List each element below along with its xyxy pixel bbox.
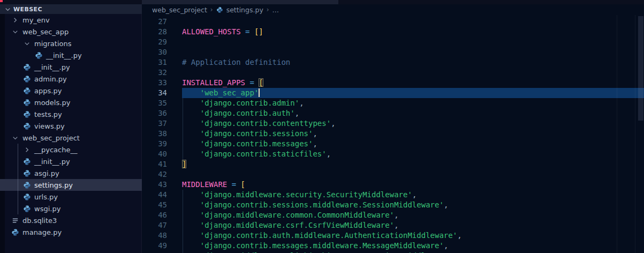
breadcrumb-item-symbol[interactable]: … (272, 6, 279, 14)
code-line-content[interactable] (182, 37, 644, 47)
code-line-content[interactable]: 'django.middleware.csrf.CsrfViewMiddlewa… (182, 220, 644, 230)
code-line-48[interactable]: 48 'django.contrib.auth.middleware.Authe… (142, 230, 644, 241)
code-line-content[interactable]: 'django.contrib.staticfiles', (182, 149, 644, 159)
line-number[interactable]: 35 (142, 98, 182, 108)
explorer-root-label: WEBSEC (13, 6, 42, 13)
code-line-content[interactable]: 'django.middleware.clickjacking.XFrameOp… (182, 251, 644, 253)
code-line-content[interactable]: 'django.contrib.sessions.middleware.Sess… (182, 200, 644, 210)
code-line-34[interactable]: 34 'web_sec_app' (142, 88, 644, 98)
code-token: [ (241, 180, 245, 189)
line-number[interactable]: 33 (142, 78, 182, 88)
code-line-content[interactable]: MIDDLEWARE = [ (182, 180, 644, 190)
line-number[interactable]: 49 (142, 241, 182, 251)
code-line-content[interactable] (182, 169, 644, 180)
code-line-content[interactable]: 'django.contrib.admin', (182, 98, 644, 108)
code-line-29[interactable]: 29 (142, 37, 644, 47)
line-number[interactable]: 42 (142, 169, 182, 180)
line-number[interactable]: 36 (142, 108, 182, 118)
code-line-content[interactable] (182, 17, 644, 27)
code-line-content[interactable]: 'django.contrib.sessions', (182, 129, 644, 139)
code-line-38[interactable]: 38 'django.contrib.sessions', (142, 129, 644, 139)
code-line-27[interactable]: 27 (142, 17, 644, 27)
line-number[interactable]: 28 (142, 27, 182, 37)
tree-item-asgi.py[interactable]: asgi.py (0, 167, 142, 179)
line-number[interactable]: 32 (142, 68, 182, 78)
line-number[interactable]: 27 (142, 17, 182, 27)
line-number[interactable]: 43 (142, 180, 182, 190)
line-number[interactable]: 30 (142, 47, 182, 57)
code-line-content[interactable]: 'django.contrib.messages', (182, 139, 644, 149)
tree-item-views.py[interactable]: views.py (0, 120, 142, 132)
code-line-39[interactable]: 39 'django.contrib.messages', (142, 139, 644, 149)
scrollbar-thumb[interactable] (638, 16, 643, 121)
line-number[interactable]: 39 (142, 139, 182, 149)
code-line-content[interactable]: # Application definition (182, 57, 644, 68)
tree-item-__init__.py[interactable]: __init__.py (0, 155, 142, 167)
code-line-50[interactable]: 50 'django.middleware.clickjacking.XFram… (142, 251, 644, 253)
editor-scrollbar[interactable] (638, 15, 644, 253)
line-number[interactable]: 44 (142, 190, 182, 200)
code-line-43[interactable]: 43 MIDDLEWARE = [ (142, 180, 644, 190)
code-line-content[interactable]: 'django.middleware.security.SecurityMidd… (182, 190, 644, 200)
code-line-content[interactable]: 'web_sec_app' (182, 88, 644, 98)
breadcrumb-item-file[interactable]: settings.py (226, 6, 263, 14)
tree-item-__init__.py[interactable]: __init__.py (0, 61, 142, 73)
line-number[interactable]: 47 (142, 220, 182, 230)
code-line-content[interactable]: 'django.contrib.messages.middleware.Mess… (182, 241, 644, 251)
active-tab-edge[interactable] (142, 0, 338, 4)
tree-item-__init__.py[interactable]: __init__.py (0, 49, 142, 61)
code-line-content[interactable]: 'django.contrib.contenttypes', (182, 118, 644, 129)
line-number[interactable]: 50 (142, 251, 182, 253)
tree-item-wsgi.py[interactable]: wsgi.py (0, 203, 142, 214)
code-line-content[interactable] (182, 68, 644, 78)
code-line-37[interactable]: 37 'django.contrib.contenttypes', (142, 118, 644, 129)
code-line-content[interactable] (182, 47, 644, 57)
code-line-content[interactable]: INSTALLED_APPS = [ (182, 78, 644, 88)
line-number[interactable]: 48 (142, 230, 182, 241)
line-number[interactable]: 37 (142, 118, 182, 129)
code-line-44[interactable]: 44 'django.middleware.security.SecurityM… (142, 190, 644, 200)
code-line-33[interactable]: 33 INSTALLED_APPS = [ (142, 78, 644, 88)
tree-item-tests.py[interactable]: tests.py (0, 108, 142, 120)
code-line-28[interactable]: 28 ALLOWED_HOSTS = [] (142, 27, 644, 37)
code-line-content[interactable]: 'django.middleware.common.CommonMiddlewa… (182, 210, 644, 220)
tree-item-urls.py[interactable]: urls.py (0, 191, 142, 203)
code-line-32[interactable]: 32 (142, 68, 644, 78)
code-line-content[interactable]: 'django.contrib.auth.middleware.Authenti… (182, 230, 644, 241)
tree-item-web_sec_project[interactable]: web_sec_project (0, 132, 142, 144)
code-line-47[interactable]: 47 'django.middleware.csrf.CsrfViewMiddl… (142, 220, 644, 230)
tree-item-settings.py[interactable]: settings.py (0, 179, 142, 191)
code-line-content[interactable]: ALLOWED_HOSTS = [] (182, 27, 644, 37)
line-number[interactable]: 45 (142, 200, 182, 210)
code-line-40[interactable]: 40 'django.contrib.staticfiles', (142, 149, 644, 159)
tree-item-models.py[interactable]: models.py (0, 96, 142, 108)
tree-item-manage.py[interactable]: manage.py (0, 226, 142, 238)
line-number[interactable]: 40 (142, 149, 182, 159)
line-number[interactable]: 31 (142, 57, 182, 68)
code-line-41[interactable]: 41 ] (142, 159, 644, 169)
tree-item-admin.py[interactable]: admin.py (0, 73, 142, 85)
code-line-31[interactable]: 31 # Application definition (142, 57, 644, 68)
tree-item-db.sqlite3[interactable]: db.sqlite3 (0, 214, 142, 226)
code-line-35[interactable]: 35 'django.contrib.admin', (142, 98, 644, 108)
line-number[interactable]: 29 (142, 37, 182, 47)
line-number[interactable]: 34 (142, 88, 182, 98)
code-line-49[interactable]: 49 'django.contrib.messages.middleware.M… (142, 241, 644, 251)
code-line-36[interactable]: 36 'django.contrib.auth', (142, 108, 644, 118)
code-line-46[interactable]: 46 'django.middleware.common.CommonMiddl… (142, 210, 644, 220)
line-number[interactable]: 46 (142, 210, 182, 220)
breadcrumb-item-project[interactable]: web_sec_project (152, 6, 207, 14)
line-number[interactable]: 38 (142, 129, 182, 139)
tree-item-apps.py[interactable]: apps.py (0, 85, 142, 96)
code-line-30[interactable]: 30 (142, 47, 644, 57)
explorer-root-header[interactable]: WEBSEC (0, 4, 142, 14)
tree-item-my_env[interactable]: my_env (0, 14, 142, 26)
code-line-42[interactable]: 42 (142, 169, 644, 180)
tree-item-migrations[interactable]: migrations (0, 38, 142, 49)
tree-item-__pycache__[interactable]: __pycache__ (0, 144, 142, 155)
line-number[interactable]: 41 (142, 159, 182, 169)
tree-item-web_sec_app[interactable]: web_sec_app (0, 26, 142, 38)
code-line-content[interactable]: ] (182, 159, 644, 169)
code-line-content[interactable]: 'django.contrib.auth', (182, 108, 644, 118)
code-line-45[interactable]: 45 'django.contrib.sessions.middleware.S… (142, 200, 644, 210)
